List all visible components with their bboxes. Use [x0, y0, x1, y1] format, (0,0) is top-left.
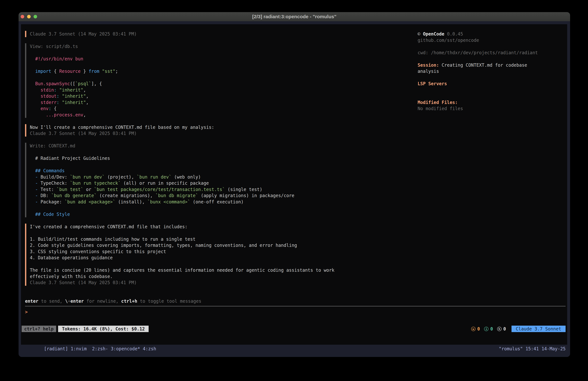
terminal-line: - TypeCheck: `bun run typecheck` (all) o… — [30, 180, 364, 186]
assistant-message: Claude 3.7 Sonnet (14 May 2025 03:41 PM) — [25, 31, 364, 37]
diag-info-count: 0 — [490, 326, 493, 332]
tmux-status-bar: [radiant] 1:nvim 2:zsh- 3:opencode* 4:zs… — [19, 345, 570, 352]
message-input[interactable]: > — [25, 309, 566, 328]
terminal-line: stdin: "inherit", — [30, 87, 364, 93]
terminal-line: Now I'll create a comprehensive CONTEXT.… — [30, 124, 364, 131]
prompt-caret: > — [25, 309, 28, 314]
terminal-line — [418, 93, 540, 99]
opencode-tui: Claude 3.7 Sonnet (14 May 2025 03:41 PM)… — [21, 24, 567, 345]
terminal-line: ## Commands — [30, 168, 364, 174]
tool-message: View: script/db.ts #!/usr/bin/env bun im… — [25, 43, 364, 118]
terminal-viewport: Claude 3.7 Sonnet (14 May 2025 03:41 PM)… — [19, 21, 570, 357]
tmux-window-item[interactable]: 4:zsh — [140, 346, 156, 351]
tmux-window-item[interactable]: 3:opencode* — [108, 346, 140, 351]
tokens-chip: Tokens: 16.4K (8%), Cost: $0.12 — [58, 326, 149, 332]
terminal-line — [30, 230, 364, 236]
terminal-line: github.com/sst/opencode — [418, 37, 540, 44]
terminal-line — [30, 74, 364, 81]
assistant-message: I've created a comprehensive CONTEXT.md … — [25, 224, 364, 286]
terminal-line: 4. Database operations guidance — [30, 255, 364, 261]
input-hint-line: enter to send, \+enter for newline, ctrl… — [25, 298, 201, 304]
diag-hint-count: 0 — [503, 326, 506, 332]
terminal-line: 1. Build/lint/test commands including ho… — [30, 236, 364, 242]
terminal-line — [418, 74, 540, 81]
terminal-line: Modified Files: — [418, 99, 540, 106]
terminal-line: Claude 3.7 Sonnet (14 May 2025 03:41 PM) — [30, 279, 364, 286]
terminal-line: LSP Servers — [418, 81, 540, 87]
terminal-line: 3. CSS styling conventions specific to t… — [30, 248, 364, 255]
window-titlebar[interactable]: [2/3] radiant:3:opencode - "romulus" — [19, 12, 570, 21]
status-right: w0i0h0 Claude 3.7 Sonnet — [467, 326, 566, 332]
terminal-line — [418, 43, 540, 49]
chat-log: Claude 3.7 Sonnet (14 May 2025 03:41 PM)… — [25, 31, 370, 292]
diag-hint: h0 — [497, 326, 506, 332]
window-title: [2/3] radiant:3:opencode - "romulus" — [252, 14, 336, 19]
terminal-line: #!/usr/bin/env bun — [30, 56, 364, 62]
diag-warning-icon: w — [471, 327, 476, 331]
traffic-lights — [21, 15, 37, 18]
terminal-line: Write: CONTEXT.md — [30, 143, 364, 149]
terminal-line: Bun.spawnSync([`psql`], { — [30, 81, 364, 87]
minimize-button[interactable] — [27, 15, 31, 18]
terminal-line: cwd: /home/thdxr/dev/projects/radiant/ra… — [418, 49, 540, 56]
terminal-line: © OpenCode 0.0.45 — [418, 31, 540, 37]
diag-warning-count: 0 — [477, 326, 480, 332]
terminal-line: stderr: "inherit", — [30, 99, 364, 106]
input-hint: enter to send, \+enter for newline, ctrl… — [25, 298, 201, 304]
terminal-line — [30, 62, 364, 68]
terminal-line: The file is concise (20 lines) and captu… — [30, 267, 364, 279]
terminal-line: ## Code Style — [30, 211, 364, 218]
terminal-line: # Radiant Project Guidelines — [30, 155, 364, 161]
terminal-window: [2/3] radiant:3:opencode - "romulus" Cla… — [19, 12, 570, 357]
terminal-line — [30, 49, 364, 56]
tool-message: Write: CONTEXT.md # Radiant Project Guid… — [25, 143, 364, 217]
diagnostics: w0i0h0 — [467, 326, 506, 332]
terminal-line: env: { — [30, 105, 364, 112]
tmux-session-name: [radiant] — [44, 346, 71, 351]
close-button[interactable] — [21, 15, 24, 18]
terminal-line: import { Resource } from "sst"; — [30, 68, 364, 74]
terminal-line: - Package: `bun add <package>` (install)… — [30, 199, 364, 205]
terminal-line: - Build/Dev: `bun run dev` (project), `b… — [30, 174, 364, 180]
terminal-line: Claude 3.7 Sonnet (14 May 2025 03:41 PM) — [30, 130, 364, 136]
opencode-sidebar: © OpenCode 0.0.45github.com/sst/opencode… — [418, 31, 540, 112]
terminal-line: View: script/db.ts — [30, 43, 364, 49]
zoom-button[interactable] — [34, 15, 37, 18]
status-bar: ctrl+? help Tokens: 16.4K (8%), Cost: $0… — [22, 326, 566, 332]
terminal-line — [418, 56, 540, 62]
terminal-line — [30, 205, 364, 211]
diag-info-icon: i — [484, 327, 488, 331]
input-divider — [25, 306, 566, 306]
terminal-line: 2. Code style guidelines covering import… — [30, 242, 364, 248]
model-chip: Claude 3.7 Sonnet — [511, 326, 566, 332]
terminal-line: I've created a comprehensive CONTEXT.md … — [30, 224, 364, 230]
terminal-line: - DB: `bun db generate` (create migratio… — [30, 192, 364, 199]
tmux-window-item[interactable]: 1:nvim — [71, 346, 89, 351]
terminal-line: - Test: `bun test` or `bun test packages… — [30, 186, 364, 193]
terminal-line — [418, 87, 540, 93]
diag-warning: w0 — [471, 326, 480, 332]
diag-hint-icon: h — [497, 327, 502, 331]
terminal-line: Claude 3.7 Sonnet (14 May 2025 03:41 PM) — [30, 31, 364, 37]
tmux-clock: "romulus" 15:41 14-May-25 — [499, 346, 566, 351]
terminal-line — [30, 149, 364, 155]
help-chip: ctrl+? help — [22, 326, 56, 332]
tmux-window-item[interactable]: 2:zsh- — [89, 346, 108, 351]
terminal-line: No modified files — [418, 105, 540, 112]
terminal-line: stdout: "inherit", — [30, 93, 364, 99]
terminal-line — [30, 161, 364, 168]
tmux-window-list: [radiant] 1:nvim 2:zsh- 3:opencode* 4:zs… — [22, 341, 156, 357]
assistant-message: Now I'll create a comprehensive CONTEXT.… — [25, 124, 364, 136]
terminal-line: ...process.env, — [30, 112, 364, 118]
terminal-line — [30, 261, 364, 267]
terminal-line: Session: Creating CONTEXT.md for codebas… — [418, 62, 540, 74]
diag-info: i0 — [484, 326, 493, 332]
